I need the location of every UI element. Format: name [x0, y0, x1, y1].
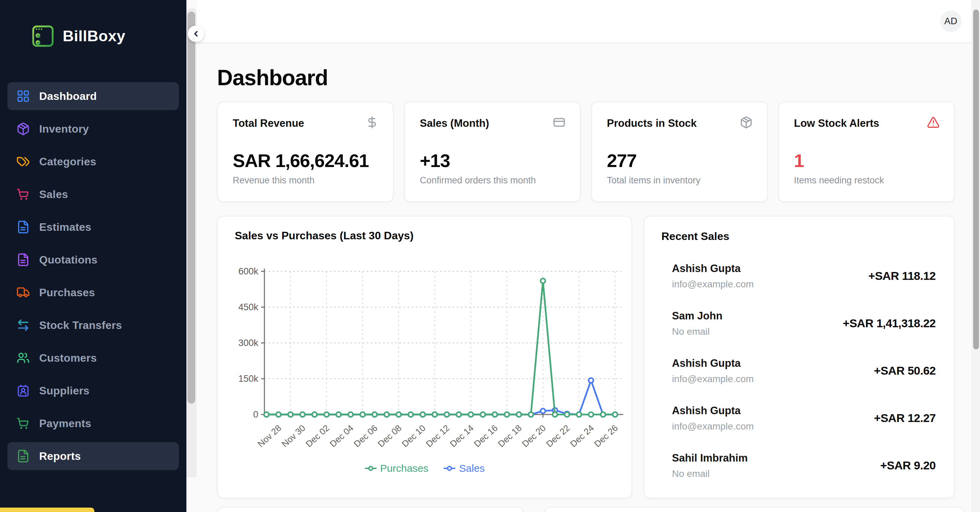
sidebar-item-label: Customers: [39, 352, 97, 364]
svg-text:Dec 04: Dec 04: [328, 423, 355, 449]
sale-amount: +SAR 118.12: [868, 269, 936, 282]
partial-card-left: [217, 507, 524, 512]
sidebar: BillBoxy DashboardInventoryCategoriesSal…: [0, 0, 186, 512]
sidebar-item-estimates[interactable]: Estimates: [8, 213, 179, 241]
sidebar-item-sales[interactable]: Sales: [8, 180, 179, 208]
stat-subtitle: Revenue this month: [233, 175, 378, 186]
chart-legend: PurchasesSales: [218, 463, 632, 474]
sidebar-item-label: Reports: [39, 450, 81, 463]
sidebar-item-label: Payments: [39, 417, 91, 430]
file-text-icon: [16, 220, 30, 234]
dashboard-icon: [16, 89, 30, 103]
sidebar-scrollbar[interactable]: [186, 8, 197, 477]
sidebar-nav: DashboardInventoryCategoriesSalesEstimat…: [0, 82, 186, 475]
legend-item-sales[interactable]: Sales: [443, 463, 485, 474]
billboxy-logo-icon: [30, 23, 56, 49]
stat-card-sales-month-: Sales (Month)+13Confirmed orders this mo…: [404, 102, 581, 202]
svg-text:Nov 30: Nov 30: [280, 423, 307, 449]
sidebar-item-quotations[interactable]: Quotations: [8, 246, 179, 274]
stat-subtitle: Total items in inventory: [607, 175, 752, 186]
svg-text:Dec 14: Dec 14: [448, 423, 475, 449]
svg-text:Dec 26: Dec 26: [592, 423, 620, 449]
avatar[interactable]: AD: [940, 11, 962, 32]
customer-name: Sam John: [672, 310, 722, 322]
content: Dashboard Total RevenueSAR 1,66,624.61Re…: [197, 43, 972, 511]
customer-name: Ashish Gupta: [672, 357, 754, 370]
svg-text:Dec 18: Dec 18: [496, 423, 524, 449]
svg-text:Dec 22: Dec 22: [544, 423, 572, 449]
page-scrollbar[interactable]: [972, 0, 980, 512]
recent-sale-row[interactable]: Sahil ImbrahimNo email+SAR 9.20: [662, 442, 936, 489]
stat-title: Sales (Month): [420, 117, 565, 129]
credit-card-icon: [553, 116, 566, 129]
sidebar-item-label: Inventory: [39, 123, 89, 136]
shopping-cart-icon: [16, 416, 30, 430]
stat-title: Total Revenue: [233, 117, 378, 129]
customer-name: Ashish Gupta: [672, 405, 754, 417]
sidebar-item-categories[interactable]: Categories: [8, 148, 179, 175]
legend-item-purchases[interactable]: Purchases: [364, 463, 429, 474]
sidebar-item-inventory[interactable]: Inventory: [8, 115, 179, 143]
sidebar-scrollbar-thumb[interactable]: [188, 11, 195, 404]
stat-title: Low Stock Alerts: [794, 117, 939, 129]
sidebar-item-purchases[interactable]: Purchases: [8, 279, 179, 306]
sidebar-item-dashboard[interactable]: Dashboard: [8, 82, 179, 110]
recent-sale-row[interactable]: Ashish Guptainfo@example.com+SAR 50.62: [662, 347, 936, 394]
sale-amount: +SAR 1,41,318.22: [843, 317, 936, 330]
svg-text:Dec 24: Dec 24: [568, 423, 596, 449]
sidebar-item-payments[interactable]: Payments: [8, 409, 179, 437]
arrows-left-right-icon: [16, 318, 30, 332]
sidebar-item-suppliers[interactable]: Suppliers: [8, 376, 179, 405]
sidebar-collapse-button[interactable]: [188, 26, 204, 42]
page-scrollbar-thumb[interactable]: [973, 10, 979, 349]
customer-email: info@example.com: [672, 421, 754, 432]
legend-marker-icon: [443, 466, 456, 471]
legend-label: Sales: [459, 463, 485, 474]
sales-vs-purchases-card: Sales vs Purchases (Last 30 Days) 0150k3…: [217, 216, 632, 498]
svg-text:Dec 12: Dec 12: [424, 423, 452, 449]
sidebar-item-label: Dashboard: [39, 90, 97, 103]
recent-sale-row[interactable]: Sam JohnNo email+SAR 1,41,318.22: [662, 300, 936, 347]
id-card-icon: [16, 384, 30, 397]
legend-marker-icon: [364, 466, 377, 471]
sales-purchases-chart[interactable]: 0150k300k450k600kNov 28Nov 30Dec 02Dec 0…: [218, 217, 633, 499]
customer-email: info@example.com: [672, 279, 754, 290]
recent-sales-title: Recent Sales: [662, 230, 936, 243]
svg-text:Dec 08: Dec 08: [376, 423, 403, 449]
recent-sale-row[interactable]: Ashish Guptainfo@example.com+SAR 12.27: [662, 394, 936, 442]
sale-amount: +SAR 12.27: [874, 412, 936, 425]
package-icon: [16, 122, 30, 136]
topbar: AD: [197, 0, 972, 43]
recent-sales-card: Recent Sales Ashish Guptainfo@example.co…: [644, 216, 955, 498]
brand-logo[interactable]: BillBoxy: [30, 23, 186, 49]
sidebar-item-label: Categories: [39, 155, 96, 168]
partial-card-right: [544, 507, 964, 512]
sidebar-item-label: Purchases: [39, 286, 95, 299]
stat-card-low-stock-alerts: Low Stock Alerts1Items needing restock: [778, 102, 955, 202]
stat-value: SAR 1,66,624.61: [233, 150, 378, 171]
stat-card-total-revenue: Total RevenueSAR 1,66,624.61Revenue this…: [217, 102, 394, 202]
sale-amount: +SAR 50.62: [874, 364, 936, 377]
sidebar-item-label: Suppliers: [39, 384, 90, 397]
file-text-icon: [16, 449, 30, 463]
shopping-cart-icon: [16, 188, 30, 201]
stat-value: 277: [607, 150, 752, 171]
customer-email: No email: [672, 326, 722, 337]
customer-name: Ashish Gupta: [672, 263, 754, 275]
svg-text:0: 0: [253, 409, 258, 419]
brand-name: BillBoxy: [63, 27, 126, 45]
partial-yellow-banner: [0, 507, 94, 512]
svg-text:300k: 300k: [238, 338, 258, 348]
recent-sales-list: Ashish Guptainfo@example.com+SAR 118.12S…: [662, 252, 936, 489]
customer-email: No email: [672, 468, 748, 479]
sidebar-item-reports[interactable]: Reports: [8, 442, 179, 470]
page-title: Dashboard: [217, 65, 972, 90]
recent-sale-row[interactable]: Ashish Guptainfo@example.com+SAR 118.12: [662, 252, 936, 300]
users-icon: [16, 351, 30, 365]
sidebar-item-customers[interactable]: Customers: [8, 344, 179, 372]
stat-subtitle: Items needing restock: [794, 175, 939, 186]
sidebar-item-stock-transfers[interactable]: Stock Transfers: [8, 311, 179, 339]
svg-text:Dec 02: Dec 02: [304, 423, 331, 449]
package-icon: [740, 116, 753, 129]
svg-text:450k: 450k: [238, 302, 258, 312]
